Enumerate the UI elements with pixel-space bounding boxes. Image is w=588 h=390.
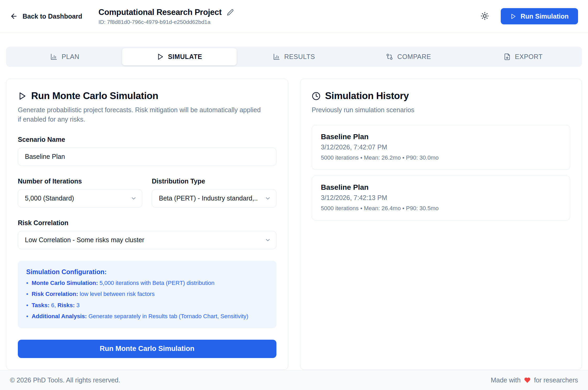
tab-label: COMPARE [397,53,431,61]
project-id: ID: 7f8d81d0-796c-4979-b91d-e250dd62bd1a [99,19,234,25]
tab-bar: PLAN SIMULATE RESULTS COMPARE EXPORT [6,47,582,67]
config-bullet-additional-analysis: Additional Analysis: Generate separately… [26,313,268,320]
copyright-text: © 2026 PhD Tools. All rights reserved. [10,376,120,384]
heart-icon [524,377,531,384]
distribution-value: Beta (PERT) - Industry standard,.. [159,194,258,202]
page-footer: © 2026 PhD Tools. All rights reserved. M… [0,370,588,390]
chevron-down-icon [130,195,137,202]
tab-plan[interactable]: PLAN [8,48,122,65]
config-bullet-risk-correlation: Risk Correlation: low level between risk… [26,290,268,298]
run-simulation-label: Run Simulation [521,13,569,20]
distribution-field: Distribution Type Beta (PERT) - Industry… [152,166,276,208]
tab-label: SIMULATE [168,53,202,61]
tab-label: EXPORT [515,53,543,61]
scenario-name-input[interactable] [18,148,276,166]
history-item[interactable]: Baseline Plan 3/12/2026, 7:42:07 PM 5000… [312,125,570,170]
tab-results[interactable]: RESULTS [237,48,351,65]
history-card-subtitle: Previously run simulation scenarios [312,105,556,115]
back-to-dashboard-link[interactable]: Back to Dashboard [10,12,82,20]
config-bullet-monte-carlo: Monte Carlo Simulation: 5,000 iterations… [26,279,268,287]
app-root: Back to Dashboard Computational Research… [0,0,588,390]
history-item-name: Baseline Plan [321,133,561,141]
file-download-icon [504,53,511,60]
tab-export[interactable]: EXPORT [466,48,580,65]
simulation-config-box: Simulation Configuration: Monte Carlo Si… [18,261,276,328]
chevron-down-icon [265,195,271,202]
tab-compare[interactable]: COMPARE [351,48,466,65]
project-title-block: Computational Research Project ID: 7f8d8… [99,8,234,25]
history-item-stats: 5000 iterations • Mean: 26.2mo • P90: 30… [321,154,561,161]
made-with-suffix: for researchers [534,376,578,384]
history-item-timestamp: 3/12/2026, 7:42:13 PM [321,194,561,202]
play-icon [18,92,26,100]
scenario-name-label: Scenario Name [18,136,276,143]
run-simulation-header-button[interactable]: Run Simulation [501,8,578,24]
distribution-label: Distribution Type [152,177,276,185]
config-heading: Simulation Configuration: [26,268,268,276]
chevron-down-icon [265,237,271,243]
made-with-prefix: Made with [491,376,521,384]
theme-toggle-button[interactable] [480,12,489,21]
iterations-select[interactable]: 5,000 (Standard) [18,189,142,208]
history-item[interactable]: Baseline Plan 3/12/2026, 7:42:13 PM 5000… [312,176,570,220]
play-icon [510,13,516,19]
back-link-label: Back to Dashboard [23,13,82,20]
bar-chart-icon [50,53,57,60]
tab-simulate[interactable]: SIMULATE [122,48,237,65]
run-monte-carlo-button[interactable]: Run Monte Carlo Simulation [18,340,276,358]
risk-correlation-select[interactable]: Low Correlation - Some risks may cluster [18,231,276,249]
play-icon [157,53,164,60]
history-card-title: Simulation History [325,90,409,101]
risk-correlation-label: Risk Correlation [18,219,276,227]
history-item-timestamp: 3/12/2026, 7:42:07 PM [321,143,561,151]
tab-label: PLAN [62,53,79,61]
risk-correlation-value: Low Correlation - Some risks may cluster [25,236,144,244]
iterations-field: Number of Iterations 5,000 (Standard) [18,166,142,208]
bar-chart-icon [273,53,280,60]
main-content: Run Monte Carlo Simulation Generate prob… [6,79,582,370]
git-compare-icon [386,53,393,60]
history-list: Baseline Plan 3/12/2026, 7:42:07 PM 5000… [312,125,570,220]
run-simulation-card: Run Monte Carlo Simulation Generate prob… [6,79,288,370]
history-item-stats: 5000 iterations • Mean: 26.4mo • P90: 30… [321,205,561,212]
iterations-value: 5,000 (Standard) [25,194,74,202]
tab-label: RESULTS [284,53,315,61]
edit-title-icon[interactable] [227,9,234,16]
simulation-card-subtitle: Generate probabilistic project forecasts… [18,105,262,124]
page-title: Computational Research Project [99,8,222,17]
top-header: Back to Dashboard Computational Research… [0,0,588,33]
distribution-select[interactable]: Beta (PERT) - Industry standard,.. [152,189,276,208]
arrow-left-icon [10,12,18,20]
iterations-label: Number of Iterations [18,177,142,185]
simulation-card-title: Run Monte Carlo Simulation [31,90,158,101]
clock-icon [312,92,320,100]
history-item-name: Baseline Plan [321,183,561,192]
simulation-history-card: Simulation History Previously run simula… [300,79,582,370]
config-bullet-tasks-risks: Tasks: 6, Risks: 3 [26,302,268,309]
sun-icon [481,12,489,20]
made-with-text: Made with for researchers [491,376,578,384]
